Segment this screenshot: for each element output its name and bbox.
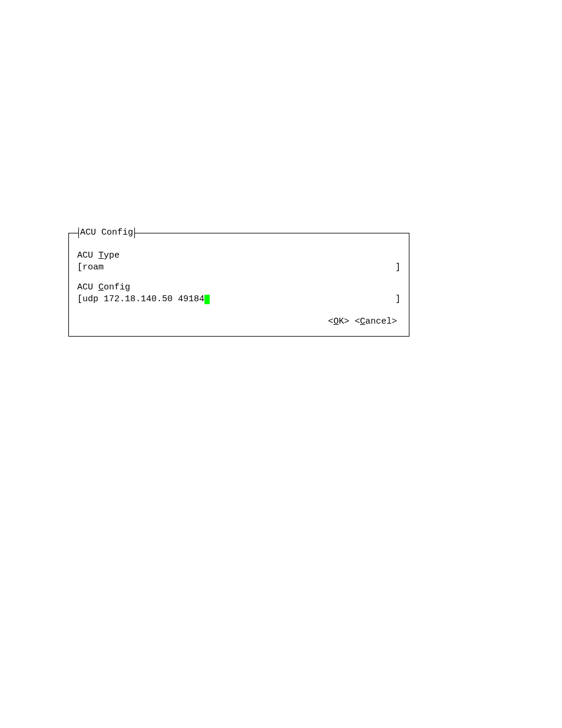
- dialog-title-wrap: ACU Config: [78, 228, 135, 238]
- acu-config-label: ACU Config: [77, 282, 401, 294]
- acu-type-label: ACU Type: [77, 250, 401, 262]
- acu-config-group: ACU Config [udp 172.18.140.50 49184 ]: [77, 282, 401, 305]
- ok-button[interactable]: <OK>: [328, 317, 349, 327]
- cancel-button[interactable]: <Cancel>: [355, 317, 397, 327]
- dialog-body: ACU Type [roam ] ACU Config [udp 172.18.…: [69, 233, 409, 336]
- text-cursor: [204, 295, 210, 304]
- acu-type-group: ACU Type [roam ]: [77, 250, 401, 274]
- acu-config-value: udp 172.18.140.50 49184: [82, 294, 204, 304]
- acu-type-input[interactable]: [roam ]: [77, 262, 401, 274]
- acu-config-dialog: ACU Config ACU Type [roam ] ACU Config […: [68, 233, 409, 337]
- button-row: <OK> <Cancel>: [77, 314, 401, 330]
- dialog-title: ACU Config: [78, 228, 135, 238]
- acu-config-input[interactable]: [udp 172.18.140.50 49184 ]: [77, 294, 401, 305]
- acu-type-value: roam: [82, 262, 104, 272]
